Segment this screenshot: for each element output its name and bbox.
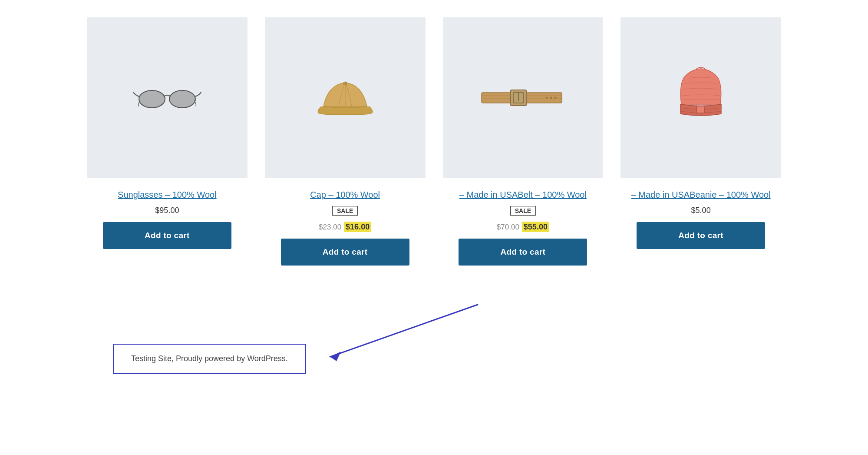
sale-price-cap: $16.00 — [344, 222, 371, 232]
product-image-beanie-wrapper — [620, 17, 781, 178]
add-to-cart-belt[interactable]: Add to cart — [459, 239, 587, 266]
product-card-sunglasses: Sunglasses – 100% Wool $95.00 Add to car… — [87, 17, 248, 266]
product-image-sunglasses — [111, 41, 223, 154]
product-title-sunglasses[interactable]: Sunglasses – 100% Wool — [118, 189, 217, 201]
footer-box: Testing Site, Proudly powered by WordPre… — [113, 344, 306, 374]
product-image-sunglasses-wrapper — [87, 17, 248, 178]
product-card-cap: Cap – 100% Wool SALE $23.00$16.00 Add to… — [265, 17, 426, 266]
product-price-beanie: $5.00 — [691, 206, 711, 215]
svg-point-13 — [554, 96, 557, 99]
add-to-cart-cap[interactable]: Add to cart — [281, 239, 409, 266]
product-sale-section-cap: SALE $23.00$16.00 — [319, 206, 371, 239]
svg-point-1 — [169, 90, 195, 108]
add-to-cart-sunglasses[interactable]: Add to cart — [103, 222, 231, 249]
svg-point-12 — [550, 96, 552, 99]
product-card-beanie: – Made in USABeanie – 100% Wool $5.00 Ad… — [620, 17, 781, 266]
svg-rect-14 — [696, 106, 704, 113]
product-price-sunglasses: $95.00 — [155, 206, 179, 215]
product-image-cap-wrapper — [265, 17, 426, 178]
product-card-belt: – Made in USABelt – 100% Wool SALE $70.0… — [443, 17, 604, 266]
original-price-cap: $23.00 — [319, 223, 341, 231]
footer-section: Testing Site, Proudly powered by WordPre… — [87, 300, 781, 400]
svg-line-15 — [330, 305, 478, 357]
product-title-belt[interactable]: – Made in USABelt – 100% Wool — [459, 189, 587, 201]
footer-text: Testing Site, Proudly powered by WordPre… — [131, 354, 288, 363]
product-image-beanie — [645, 41, 757, 154]
sale-badge-belt: SALE — [510, 206, 536, 216]
product-price-cap: $23.00$16.00 — [319, 223, 371, 232]
svg-point-2 — [343, 82, 347, 85]
sale-price-belt: $55.00 — [522, 222, 549, 232]
products-grid: Sunglasses – 100% Wool $95.00 Add to car… — [87, 17, 781, 266]
product-image-cap — [289, 41, 401, 154]
product-image-belt-wrapper — [443, 17, 604, 178]
original-price-belt: $70.00 — [497, 223, 519, 231]
product-image-belt — [467, 41, 579, 154]
product-price-belt: $70.00$55.00 — [497, 223, 549, 232]
sale-badge-cap: SALE — [332, 206, 358, 216]
svg-marker-16 — [330, 352, 341, 361]
product-title-beanie[interactable]: – Made in USABeanie – 100% Wool — [631, 189, 771, 201]
add-to-cart-beanie[interactable]: Add to cart — [637, 222, 765, 249]
product-sale-section-belt: SALE $70.00$55.00 — [497, 206, 549, 239]
svg-point-0 — [139, 90, 165, 108]
product-title-cap[interactable]: Cap – 100% Wool — [310, 189, 380, 201]
svg-point-11 — [546, 96, 548, 99]
page-wrapper: Sunglasses – 100% Wool $95.00 Add to car… — [0, 0, 868, 435]
